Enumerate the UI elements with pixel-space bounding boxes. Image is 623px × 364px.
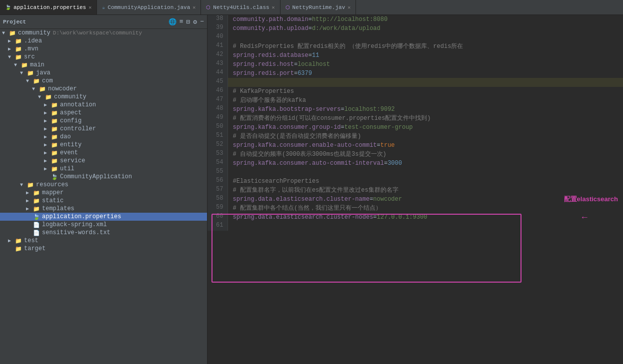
tree-node-resources[interactable]: ▼📁resources (0, 181, 207, 189)
tree-arrow-event[interactable]: ▶ (44, 150, 51, 156)
line-content-52[interactable]: spring.kafka.consumer.enable-auto-commit… (228, 141, 623, 150)
tree-node-communityapp-file[interactable]: 🍃CommunityApplication (0, 173, 207, 181)
tree-node-com[interactable]: ▼📁com (0, 77, 207, 85)
tree-node-controller[interactable]: ▶📁controller (0, 125, 207, 133)
tree-arrow-mapper[interactable]: ▶ (26, 190, 33, 196)
tree-node-nowcoder[interactable]: ▼📁nowcoder (0, 85, 207, 93)
line-content-43[interactable]: spring.redis.host=localhost (228, 60, 623, 69)
tree-node-sensitive-file[interactable]: 📄sensitive-words.txt (0, 229, 207, 237)
code-editor[interactable]: 38community.path.domain=http://localhost… (208, 15, 623, 364)
line-content-55[interactable] (228, 168, 623, 177)
tree-node-config[interactable]: ▶📁config (0, 117, 207, 125)
tree-label-mvn: .mvn (24, 45, 38, 52)
line-content-60[interactable]: spring.data.elasticsearch.cluster-nodes=… (228, 213, 623, 222)
tree-arrow-java[interactable]: ▼ (20, 70, 27, 76)
line-content-45[interactable] (228, 78, 623, 87)
tab-nettyruntime[interactable]: ⬡ NettyRuntime.jav ✕ (280, 0, 356, 14)
tab-community-app[interactable]: ☕ CommunityApplication.java ✕ (97, 0, 201, 14)
line-content-56[interactable]: #ElasticsearchProperties (228, 177, 623, 186)
tree-node-test[interactable]: ▶📁test (0, 237, 207, 245)
line-content-44[interactable]: spring.redis.port=6379 (228, 69, 623, 78)
tree-arrow-templates[interactable]: ▶ (26, 206, 33, 212)
line-content-61[interactable] (228, 222, 623, 231)
tree-node-dao[interactable]: ▶📁dao (0, 133, 207, 141)
tree-node-idea[interactable]: ▶📁.idea (0, 37, 207, 45)
tree-arrow-controller[interactable]: ▶ (44, 126, 51, 132)
line-content-59[interactable]: # 配置集群中各个结点(当然，我们这里只有一个结点） (228, 204, 623, 213)
tree-arrow-test[interactable]: ▶ (8, 238, 15, 244)
tree-arrow-config[interactable]: ▶ (44, 118, 51, 124)
tree-arrow-community-root[interactable]: ▼ (2, 30, 9, 36)
tree-arrow-idea[interactable]: ▶ (8, 38, 15, 44)
tree-node-main[interactable]: ▼📁main (0, 61, 207, 69)
tab-netty4utils[interactable]: ⬡ Netty4Utils.class ✕ (201, 0, 280, 14)
tree-node-mapper[interactable]: ▶📁mapper (0, 189, 207, 197)
tab-close-app-properties[interactable]: ✕ (88, 4, 92, 10)
line-content-53[interactable]: # 自动提交的频率(3000表示3000ms也就是3s提交一次) (228, 150, 623, 159)
tree-node-aspect[interactable]: ▶📁aspect (0, 109, 207, 117)
tab-app-properties[interactable]: 🍃 application.properties ✕ (0, 0, 97, 14)
tree-node-target[interactable]: 📁target (0, 245, 207, 253)
tree-arrow-static[interactable]: ▶ (26, 198, 33, 204)
tree-node-event[interactable]: ▶📁event (0, 149, 207, 157)
line-content-57[interactable]: # 配置集群名字，以前我们在es配置文件里改过es集群的名字 (228, 186, 623, 195)
tree-label-config: config (60, 117, 82, 124)
tree-arrow-aspect[interactable]: ▶ (44, 110, 51, 116)
tree-label-logback-file: logback-spring.xml (42, 221, 107, 228)
tree-node-entity[interactable]: ▶📁entity (0, 141, 207, 149)
tree-label-entity: entity (60, 141, 82, 148)
tree-arrow-dao[interactable]: ▶ (44, 134, 51, 140)
tree-node-community-root[interactable]: ▼📁communityD:\work\workspace\community (0, 29, 207, 37)
tree-node-java[interactable]: ▼📁java (0, 69, 207, 77)
tree-node-community-pkg[interactable]: ▼📁community (0, 93, 207, 101)
tab-close-nettyruntime[interactable]: ✕ (348, 4, 350, 10)
tree-icon-communityapp-file: 🍃 (51, 174, 58, 180)
tree-arrow-resources[interactable]: ▼ (20, 182, 27, 188)
line-content-50[interactable]: spring.kafka.consumer.group-id=test-cons… (228, 123, 623, 132)
list-icon[interactable]: ≡ (180, 18, 184, 26)
tree-node-annotation[interactable]: ▶📁annotation (0, 101, 207, 109)
tree-arrow-mvn[interactable]: ▶ (8, 46, 15, 52)
tree-node-service[interactable]: ▶📁service (0, 157, 207, 165)
line-number-56: 56 (208, 177, 228, 186)
line-content-49[interactable]: # 配置消费者的分组id(可以在consumer.properties配置文件中… (228, 114, 623, 123)
minus-icon[interactable]: − (200, 18, 204, 26)
line-content-38[interactable]: community.path.domain=http://localhost:8… (228, 15, 623, 24)
tree-node-util[interactable]: ▶📁util (0, 165, 207, 173)
line-content-46[interactable]: # KafkaProperties (228, 87, 623, 96)
code-line-42: 42spring.redis.database=11 (208, 51, 623, 60)
line-content-42[interactable]: spring.redis.database=11 (228, 51, 623, 60)
line-content-40[interactable] (228, 33, 623, 42)
tab-close-community-app[interactable]: ✕ (192, 4, 196, 10)
tree-node-static[interactable]: ▶📁static (0, 197, 207, 205)
tree-arrow-annotation[interactable]: ▶ (44, 102, 51, 108)
line-content-41[interactable]: # RedisProperties 配置redis相关的 （使用redis中的哪… (228, 42, 623, 51)
tree-node-templates[interactable]: ▶📁templates (0, 205, 207, 213)
tree-node-app-props-file[interactable]: 🍃application.properties (0, 213, 207, 221)
tree-label-mapper: mapper (42, 189, 64, 196)
tree-arrow-util[interactable]: ▶ (44, 166, 51, 172)
tree-arrow-service[interactable]: ▶ (44, 158, 51, 164)
line-content-58[interactable]: spring.data.elasticsearch.cluster-name=n… (228, 195, 623, 204)
tree-arrow-community-pkg[interactable]: ▼ (38, 94, 45, 100)
tree-node-src[interactable]: ▼📁src (0, 53, 207, 61)
tree-node-mvn[interactable]: ▶📁.mvn (0, 45, 207, 53)
tab-close-netty4utils[interactable]: ✕ (272, 4, 275, 10)
line-content-47[interactable]: # 启动哪个服务器的kafka (228, 96, 623, 105)
tree-icon-community-root: 📁 (9, 30, 16, 36)
tree-arrow-main[interactable]: ▼ (14, 62, 21, 68)
tree-arrow-src[interactable]: ▼ (8, 54, 15, 60)
tree-arrow-com[interactable]: ▼ (26, 78, 33, 84)
line-content-48[interactable]: spring.kafka.bootstrap-servers=localhost… (228, 105, 623, 114)
globe-icon[interactable]: 🌐 (168, 18, 176, 26)
split-icon[interactable]: ⊟ (186, 18, 190, 26)
tree-node-logback-file[interactable]: 📄logback-spring.xml (0, 221, 207, 229)
line-content-39[interactable]: community.path.upload=d:/work/data/uploa… (228, 24, 623, 33)
line-number-51: 51 (208, 132, 228, 141)
tree-label-java: java (36, 69, 50, 76)
line-content-51[interactable]: # 是否自动提交(是否自动提交消费者的偏移量) (228, 132, 623, 141)
tree-arrow-entity[interactable]: ▶ (44, 142, 51, 148)
gear-icon[interactable]: ⚙ (193, 18, 197, 26)
line-content-54[interactable]: spring.kafka.consumer.auto-commit-interv… (228, 159, 623, 168)
tree-arrow-nowcoder[interactable]: ▼ (32, 86, 39, 92)
